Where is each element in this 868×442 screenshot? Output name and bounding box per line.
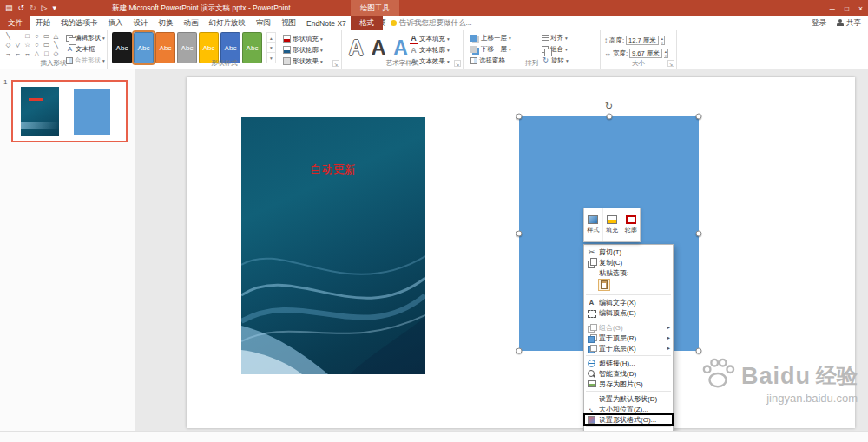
redo-icon[interactable]: ↻: [30, 0, 36, 16]
width-input[interactable]: 9.67 厘米: [629, 49, 662, 58]
stepper-down-icon[interactable]: ▾: [664, 54, 667, 58]
wordart-sample-blue[interactable]: A: [393, 33, 408, 63]
shape-gallery-item[interactable]: ▭: [42, 41, 51, 49]
shape-gallery-item[interactable]: ╲: [3, 32, 13, 41]
text-fill-button[interactable]: A 文本填充 ▾: [408, 33, 462, 44]
send-backward-button[interactable]: 下移一层 ▾: [469, 43, 535, 55]
shape-gallery-item[interactable]: □: [23, 32, 32, 41]
resize-handle-se[interactable]: [696, 348, 702, 354]
menu-item-edit-points[interactable]: 编辑顶点(E): [584, 307, 673, 318]
rotate-handle-icon[interactable]: ↻: [605, 101, 613, 112]
mini-fill-label: 填充: [606, 226, 618, 234]
resize-handle-nw[interactable]: [516, 114, 523, 120]
menu-item-cut[interactable]: ✂ 剪切(T): [584, 247, 673, 257]
menu-item-size-and-position[interactable]: ↔ 大小和位置(Z)...: [584, 404, 673, 414]
tab-design[interactable]: 设计: [128, 16, 154, 30]
gallery-scroll-up[interactable]: ▴: [266, 32, 276, 43]
shape-fill-button[interactable]: 形状填充 ▾: [281, 33, 339, 44]
width-stepper[interactable]: ▴ ▾: [664, 49, 668, 58]
minimize-button[interactable]: ─: [830, 4, 835, 13]
sign-in-button[interactable]: 登录: [812, 18, 826, 29]
dialog-launcher-icon[interactable]: ↘: [667, 60, 674, 67]
tab-format-active[interactable]: 格式: [351, 16, 383, 30]
teal-picture-shape[interactable]: 自动更新: [241, 117, 425, 374]
bring-forward-button[interactable]: 上移一层 ▾: [469, 32, 535, 43]
menu-item-edit-text[interactable]: A 编辑文字(X): [584, 297, 673, 307]
menu-item-save-as-picture[interactable]: 另存为图片(S)...: [584, 379, 673, 389]
close-button[interactable]: ×: [858, 4, 863, 13]
tell-me-box[interactable]: 告诉我您想要做什么...: [391, 16, 472, 30]
slide-thumbnail-selected[interactable]: [11, 80, 128, 142]
menu-item-set-default-shape[interactable]: 设置为默认形状(D): [584, 393, 673, 404]
resize-handle-w[interactable]: [516, 231, 523, 237]
resize-handle-ne[interactable]: [696, 114, 702, 120]
height-stepper[interactable]: ▴ ▾: [661, 36, 665, 45]
share-button[interactable]: 共享: [837, 18, 861, 29]
shape-gallery-item[interactable]: ◇: [3, 41, 13, 49]
stepper-down-icon[interactable]: ▾: [661, 41, 664, 45]
shape-gallery-item[interactable]: ╲: [51, 41, 61, 49]
edit-shape-button[interactable]: 编辑形状 ▾: [64, 32, 106, 43]
menu-item-send-to-back[interactable]: 置于底层(K) ▸: [584, 343, 673, 353]
shape-gallery-item[interactable]: ○: [32, 41, 42, 49]
undo-icon[interactable]: ↺: [18, 0, 25, 16]
shape-gallery-item[interactable]: △: [51, 32, 61, 41]
paste-keep-formatting-button[interactable]: [598, 279, 610, 291]
mini-style-button[interactable]: 样式: [584, 208, 603, 241]
submenu-arrow-icon: ▸: [667, 324, 670, 331]
shape-gallery-item[interactable]: ☆: [23, 41, 32, 49]
tab-review[interactable]: 审阅: [251, 16, 276, 30]
menu-item-group: 组合(G) ▸: [584, 322, 673, 333]
mini-outline-button[interactable]: 轮廓: [621, 208, 640, 241]
menu-item-format-shape-highlighted[interactable]: 设置形状格式(O)...: [584, 414, 673, 425]
edit-text-icon: A: [587, 298, 596, 307]
shape-gallery-item[interactable]: □: [42, 49, 51, 58]
menu-separator: [586, 355, 671, 356]
text-fill-icon: A: [410, 34, 418, 44]
tab-endnote[interactable]: EndNote X7: [301, 16, 352, 30]
start-slideshow-icon[interactable]: ▷: [42, 0, 48, 16]
resize-handle-sw[interactable]: [516, 348, 523, 354]
textbox-button[interactable]: A 文本框: [64, 43, 106, 55]
group-objects-button[interactable]: 组合 ▾: [540, 43, 595, 55]
shape-gallery-item[interactable]: ◇: [51, 49, 61, 58]
shape-gallery-item[interactable]: ○: [32, 32, 42, 41]
shape-gallery-item[interactable]: ▽: [13, 41, 23, 49]
resize-handle-e[interactable]: [696, 231, 702, 237]
menu-item-bring-to-front[interactable]: 置于顶层(R) ▸: [584, 333, 673, 343]
tab-animations[interactable]: 动画: [179, 16, 204, 30]
shape-gallery-item[interactable]: ←: [13, 49, 23, 58]
resize-handle-n[interactable]: [606, 114, 612, 120]
save-icon[interactable]: ▤: [5, 0, 13, 16]
text-fill-label: 文本填充: [419, 35, 445, 43]
quick-access-toolbar: ▤ ↺ ↻ ▷ ▾: [0, 0, 56, 16]
tab-home[interactable]: 开始: [30, 16, 56, 30]
height-input[interactable]: 12.7 厘米: [626, 36, 659, 45]
shape-gallery-item[interactable]: ▭: [42, 32, 51, 41]
menu-item-hyperlink[interactable]: 超链接(H)...: [584, 358, 673, 368]
shape-gallery-item[interactable]: →: [3, 49, 13, 58]
align-button[interactable]: 对齐 ▾: [540, 32, 595, 43]
shape-gallery-item[interactable]: △: [32, 49, 42, 58]
menu-item-copy[interactable]: 复制(C): [584, 257, 673, 267]
text-outline-button[interactable]: A 文本轮廓 ▾: [408, 44, 462, 56]
shape-gallery-item[interactable]: ↔: [23, 49, 32, 58]
customize-qat-icon[interactable]: ▾: [53, 0, 57, 16]
tab-insert[interactable]: 插入: [103, 16, 128, 30]
dialog-launcher-icon[interactable]: ↘: [454, 60, 461, 67]
tab-slideshow[interactable]: 幻灯片放映: [204, 16, 252, 30]
mini-fill-button[interactable]: 填充: [603, 208, 622, 241]
tab-transitions[interactable]: 切换: [154, 16, 179, 30]
gallery-scroll-down[interactable]: ▾: [266, 43, 276, 53]
chevron-down-icon: ▾: [320, 36, 323, 42]
tab-file[interactable]: 文件: [0, 16, 30, 30]
dialog-launcher-icon[interactable]: ↘: [332, 60, 339, 67]
tab-view[interactable]: 视图: [276, 16, 301, 30]
shape-outline-button[interactable]: 形状轮廓 ▾: [281, 44, 339, 56]
tab-my-custom[interactable]: 我的选项卡: [56, 16, 103, 30]
wordart-sample-outline[interactable]: A: [349, 33, 364, 63]
wordart-sample-fill[interactable]: A: [372, 33, 386, 63]
restore-button[interactable]: □: [845, 4, 849, 13]
menu-item-smart-lookup[interactable]: 智能查找(D): [584, 368, 673, 379]
shape-gallery-item[interactable]: ─: [13, 32, 23, 41]
